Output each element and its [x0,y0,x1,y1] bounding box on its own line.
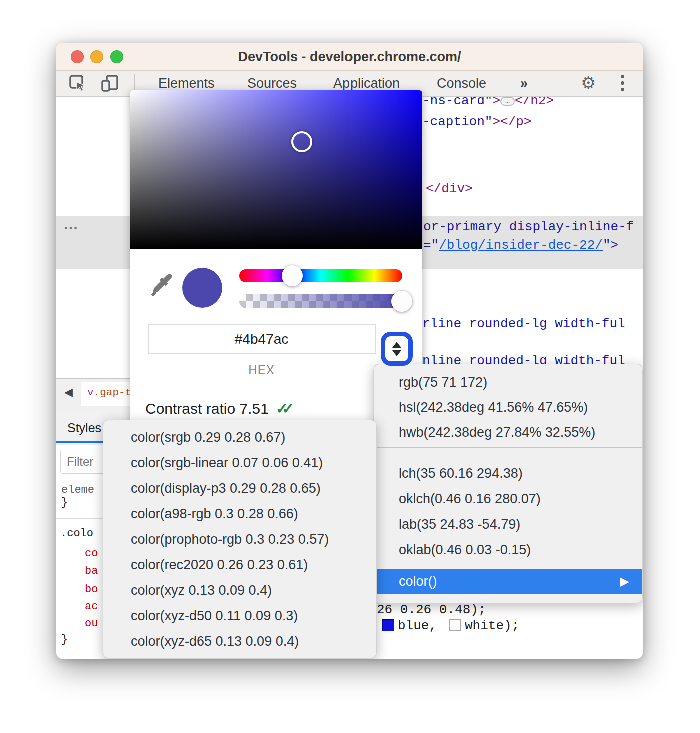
saturation-lightness-gradient[interactable] [130,90,422,249]
tab-styles[interactable]: Styles [67,421,101,435]
submenu-item-prophoto-rgb[interactable]: color(prophoto-rgb 0.3 0.23 0.57) [103,527,376,552]
dom-line-p[interactable]: -caption"></p> [422,114,531,130]
inspect-element-icon[interactable] [68,74,87,93]
alpha-gradient [239,294,403,308]
expand-ellipsis-button[interactable]: … [500,97,515,106]
hex-value-input[interactable] [148,324,376,354]
menu-separator [374,447,642,448]
attr-value: -caption" [422,114,492,129]
window-title: DevTools - developer.chrome.com/ [56,49,643,65]
tab-application[interactable]: Application [333,76,400,91]
css-property[interactable]: ba [85,565,98,577]
menu-separator [374,563,642,563]
hidden-children-ellipsis[interactable]: … [63,216,79,233]
menu-item-rgb[interactable]: rgb(75 71 172) [374,370,642,395]
menu-item-color-function[interactable]: color()▶ [374,569,642,594]
dom-selected-line2[interactable]: ="/blog/insider-dec-22/"> [423,237,618,253]
menu-item-hsl[interactable]: hsl(242.38deg 41.56% 47.65%) [374,395,642,420]
device-toolbar-icon[interactable] [100,74,119,93]
attr-equals: =" [423,238,439,253]
rule-close-brace: } [61,496,68,509]
breadcrumb-tag: v [87,387,94,398]
breadcrumb-back-icon[interactable]: ◀ [64,386,73,399]
toggle-down-icon[interactable] [392,350,401,356]
format-label: HEX [148,363,376,377]
alpha-slider-handle[interactable] [391,291,412,312]
submenu-item-display-p3[interactable]: color(display-p3 0.29 0.28 0.65) [103,476,376,501]
css-property[interactable]: ou [85,617,98,630]
format-toggle-annotation-ring [381,332,413,366]
css-value-keyword[interactable]: white); [465,618,519,633]
href-link[interactable]: /blog/insider-dec-22/ [439,238,603,253]
color-swatch-blue[interactable] [382,619,394,631]
submenu-item-srgb-linear[interactable]: color(srgb-linear 0.07 0.06 0.41) [103,450,376,476]
contrast-ratio-value: 7.51 [239,400,268,417]
tab-elements[interactable]: Elements [158,76,215,91]
submenu-item-xyz-d65[interactable]: color(xyz-d65 0.13 0.09 0.4) [103,629,376,654]
alpha-slider[interactable] [239,294,403,308]
dom-line-div-close[interactable]: </div> [426,181,473,197]
element-style-rule[interactable]: eleme [61,484,94,496]
current-color-swatch[interactable] [182,268,222,308]
more-options-icon[interactable] [621,75,624,91]
title-bar: DevTools - developer.chrome.com/ [56,43,643,71]
settings-gear-icon[interactable]: ⚙ [581,73,596,92]
submenu-item-rec2020[interactable]: color(rec2020 0.26 0.23 0.61) [103,552,376,578]
contrast-ratio-label: Contrast ratio [145,400,235,417]
more-tabs-icon[interactable]: » [520,76,528,91]
css-value-keyword[interactable]: blue, [398,618,437,633]
tab-sources[interactable]: Sources [247,76,297,91]
hue-slider-handle[interactable] [282,265,303,286]
devtools-window: DevTools - developer.chrome.com/ Element… [56,43,643,659]
color-function-submenu: color(srgb 0.29 0.28 0.67) color(srgb-li… [103,420,377,658]
menu-item-oklab[interactable]: oklab(0.46 0.03 -0.15) [374,537,642,562]
css-selector[interactable]: .colo [60,527,93,540]
menu-item-hwb[interactable]: hwb(242.38deg 27.84% 32.55%) [374,420,642,445]
css-property[interactable]: ac [85,600,98,613]
screenshot-canvas: DevTools - developer.chrome.com/ Element… [0,0,700,733]
attr-close: "> [603,238,618,253]
toolbar-separator [134,74,135,92]
menu-item-label: color() [399,574,437,589]
menu-item-lch[interactable]: lch(35 60.16 294.38) [374,461,642,486]
attr-value: or-primary display-inline-f [423,219,634,234]
submenu-item-a98-rgb[interactable]: color(a98-rgb 0.3 0.28 0.66) [103,501,376,527]
closing-tag: ></p> [492,114,531,129]
submenu-item-xyz-d50[interactable]: color(xyz-d50 0.11 0.09 0.3) [103,603,376,629]
color-swatch-white[interactable] [449,619,461,631]
menu-item-lab[interactable]: lab(35 24.83 -54.79) [374,512,642,537]
menu-item-oklch[interactable]: oklch(0.46 0.16 280.07) [374,486,642,511]
contrast-pass-checkmarks-icon: ✓✓ [276,400,294,417]
breadcrumb-class: .gap-t [94,387,132,398]
toggle-up-icon[interactable] [392,342,401,348]
css-property[interactable]: co [85,547,98,560]
rule-close-brace: } [61,633,68,646]
css-property[interactable]: bo [85,583,98,596]
contrast-ratio-row[interactable]: Contrast ratio 7.51✓✓ [145,400,294,417]
color-format-menu: rgb(75 71 172) hsl(242.38deg 41.56% 47.6… [373,364,643,603]
css-value-fragment[interactable]: 26 0.26 0.48); [377,602,486,617]
hue-slider[interactable] [239,269,402,282]
eyedropper-icon[interactable] [150,273,174,297]
gradient-cursor[interactable] [291,131,312,152]
submenu-item-srgb[interactable]: color(srgb 0.29 0.28 0.67) [103,425,376,450]
dom-selected-line1[interactable]: or-primary display-inline-f [423,219,634,235]
submenu-arrow-icon: ▶ [620,569,629,594]
breadcrumb-node-label[interactable]: v.gap-t [87,387,131,398]
toolbar-separator [566,74,566,92]
submenu-item-xyz[interactable]: color(xyz 0.13 0.09 0.4) [103,578,376,603]
tab-console[interactable]: Console [437,76,486,91]
dom-line-class1[interactable]: rline rounded-lg width-ful [422,316,625,332]
